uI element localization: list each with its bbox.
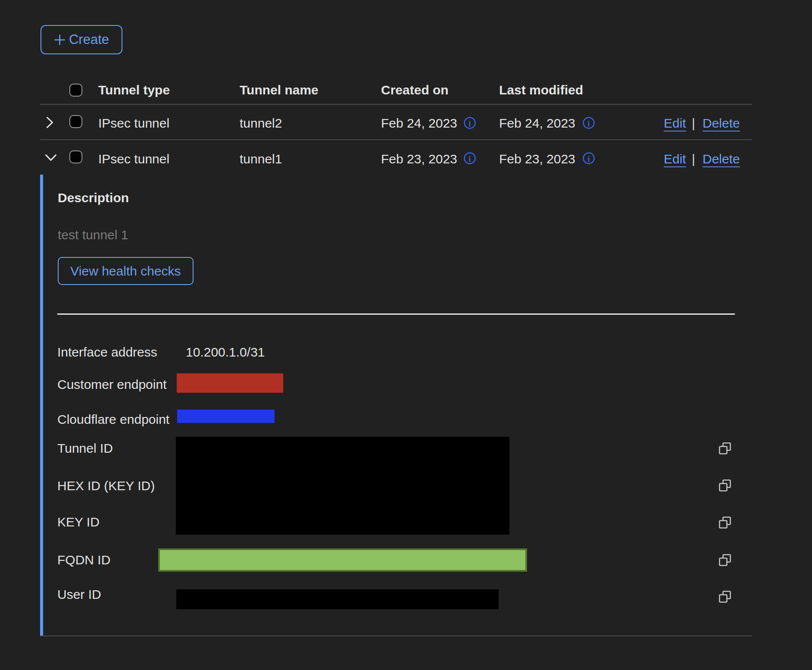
svg-text:i: i [468, 119, 471, 128]
svg-text:i: i [468, 154, 471, 163]
svg-text:i: i [587, 119, 590, 128]
svg-text:i: i [587, 154, 590, 163]
